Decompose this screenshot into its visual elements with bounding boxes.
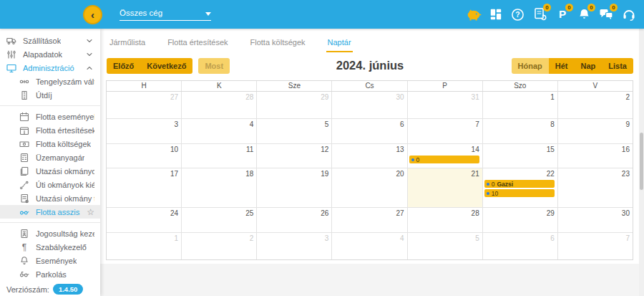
sidebar-nav: SzállításokAlapadatokAdminisztrációTenge… [0,34,100,281]
piggy-bank-icon[interactable] [465,6,482,23]
headset-icon[interactable] [620,6,637,23]
calendar-day-cell[interactable]: 27 [107,92,182,119]
sidebar-item-utazási-okmány-típusok[interactable]: Utazási okmány típusok [0,191,100,205]
scrollbar-thumb[interactable] [640,133,643,190]
notifications-icon[interactable]: 0 [576,6,592,23]
calendar-day-cell[interactable]: 17 [107,168,182,208]
tab-flotta-értesítések[interactable]: Flotta értesítések [166,34,229,52]
calendar-day-cell[interactable]: 19 [257,168,332,208]
view-button-nap[interactable]: Nap [575,58,602,74]
collapse-sidebar-button[interactable]: ‹ [83,5,102,24]
day-number: 15 [547,145,555,153]
calendar-day-cell[interactable]: 11 [182,144,257,168]
calendar-day-cell[interactable]: 8 [483,119,558,144]
next-button[interactable]: Következő [140,58,192,74]
calendar-day-cell[interactable]: 140 [408,144,483,168]
sidebar-item-utazási-okmányok[interactable]: Utazási okmányok [0,164,100,178]
calendar-day-cell[interactable]: 30 [558,208,633,233]
calendar-day-cell[interactable]: 28 [408,208,483,233]
sidebar-item-flotta-asszisztens[interactable]: Flotta asszisztens☆ [0,205,100,219]
sidebar-item-úti-okmányok-kiértékelése[interactable]: Úti okmányok kiértékelése [0,178,100,191]
view-button-hét[interactable]: Hét [549,58,575,74]
calendar-day-cell[interactable]: 5 [257,119,332,144]
calendar-day-cell[interactable]: 1 [107,233,182,259]
day-number: 5 [325,120,329,128]
calendar-day-cell[interactable]: 3 [107,119,182,144]
day-number: 31 [472,93,479,101]
calendar-day-cell[interactable]: 24 [107,208,182,233]
sidebar-item-szabálykezelő[interactable]: ¶Szabálykezelő [0,240,100,254]
sidebar-item-üzemanyagár[interactable]: Üzemanyagár [0,151,100,164]
calendar-day-cell[interactable]: 16 [558,144,633,168]
chevron-down-icon [205,12,211,16]
calendar-event[interactable]: 10 [484,189,555,197]
sidebar-item-parkolás[interactable]: Parkolás [0,267,100,281]
calendar-day-cell[interactable]: 29 [483,208,558,233]
calendar-day-cell[interactable]: 26 [257,208,332,233]
dashboard-icon[interactable] [487,6,504,23]
day-number: 4 [400,234,404,242]
tab-járműlista[interactable]: Járműlista [108,34,147,52]
calendar-day-cell[interactable]: 10 [107,144,182,168]
favorite-star-icon[interactable]: ☆ [87,207,94,217]
document-sync-icon[interactable]: 0 [532,6,548,23]
sidebar-item-label: Utazási okmányok [36,167,94,176]
calendar-day-cell[interactable]: 5 [408,233,483,259]
calendar-day-cell[interactable]: 13 [332,144,407,168]
calendar-day-cell[interactable]: 20 [332,168,407,208]
tab-naptár[interactable]: Naptár [326,34,353,52]
calendar-day-cell[interactable]: 6 [332,119,407,144]
calendar-day-cell[interactable]: 18 [182,168,257,208]
calendar-day-cell[interactable]: 15 [483,144,558,168]
day-number: 8 [550,120,555,128]
monitor-icon [6,63,16,73]
calendar-day-cell[interactable]: 25 [182,208,257,233]
calendar-day-cell[interactable]: 21 [408,168,483,208]
view-button-lista[interactable]: Lista [602,58,633,74]
parking-icon[interactable]: P0 [554,6,570,23]
company-select[interactable]: Összes cég [119,9,211,21]
calendar-day-cell[interactable]: 12 [257,144,332,168]
tab-flotta-költségek[interactable]: Flotta költségek [249,34,307,52]
calendar-event[interactable]: 0 [409,156,479,163]
calendar-day-cell[interactable]: 9 [558,119,633,144]
calendar-day-cell[interactable]: 28 [182,92,257,119]
sidebar-item-flotta-események[interactable]: Flotta események [0,110,100,123]
day-number: 5 [475,234,479,242]
calendar-day-cell[interactable]: 4 [182,119,257,144]
sidebar-item-flotta-értesítések[interactable]: Flotta értesítések [0,123,100,137]
calendar-day-cell[interactable]: 2 [182,233,257,259]
scrollbar[interactable] [639,29,644,296]
sidebar-item-flotta-költségek[interactable]: Flotta költségek [0,137,100,151]
sidebar-item-jogosultság-kezelő[interactable]: Jogosultság kezelő [0,226,100,240]
calendar-day-cell[interactable]: 23 [558,168,633,208]
sidebar-item-útdíj[interactable]: Útdíj [0,88,100,102]
calendar-day-cell[interactable]: 27 [332,208,407,233]
calendar-day-cell[interactable]: 29 [257,92,332,119]
calendar-event[interactable]: 0Gazsi [484,180,555,188]
sidebar-item-események[interactable]: Események [0,254,100,267]
calendar-day-cell[interactable]: 7 [558,233,633,259]
calendar-day-cell[interactable]: 2 [558,92,633,119]
calendar-day-cell[interactable]: 1 [483,92,558,119]
help-icon[interactable]: ? [509,6,526,23]
calendar-day-cell[interactable]: 4 [332,233,407,259]
chat-icon[interactable]: 0 [598,6,615,23]
calendar-panel: JárműlistaFlotta értesítésekFlotta költs… [100,29,644,264]
calendar-day-cell[interactable]: 6 [483,233,558,259]
today-button[interactable]: Most [198,58,230,74]
previous-button[interactable]: Előző [107,58,140,74]
view-button-hónap[interactable]: Hónap [512,58,549,74]
calendar-day-cell[interactable]: 220Gazsi10 [483,168,558,208]
sidebar-item-adminisztráció[interactable]: Adminisztráció [0,61,100,75]
calendar-day-cell[interactable]: 31 [408,92,483,119]
sidebar-item-label: Útdíj [36,91,52,100]
day-number: 21 [472,170,479,178]
sidebar-divider [0,222,100,223]
sidebar-item-alapadatok[interactable]: Alapadatok [0,47,100,61]
sidebar-item-tengelyszám-váltás[interactable]: Tengelyszám váltás [0,75,100,88]
calendar-day-cell[interactable]: 30 [332,92,407,119]
calendar-day-cell[interactable]: 3 [257,233,332,259]
sidebar-item-szállítások[interactable]: Szállítások [0,34,100,47]
calendar-day-cell[interactable]: 7 [408,119,483,144]
